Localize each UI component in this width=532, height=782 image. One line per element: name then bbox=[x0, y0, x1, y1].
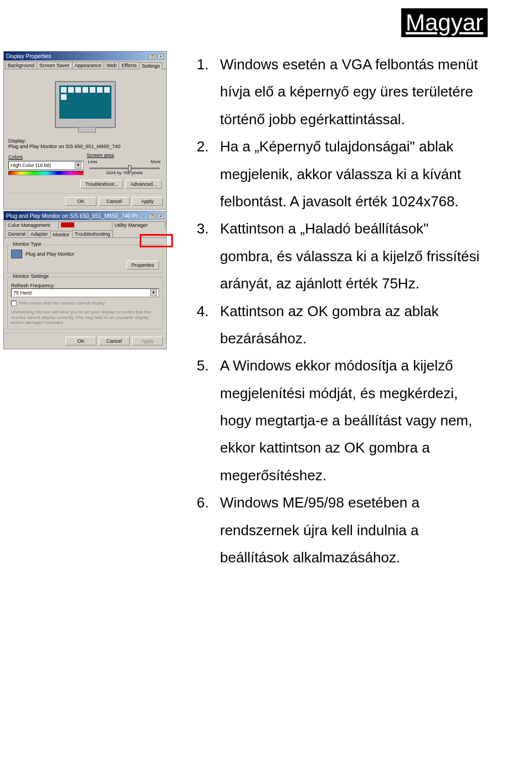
step-item: 6. Windows ME/95/98 esetében a rendszern… bbox=[197, 489, 485, 571]
tab-utility-manager[interactable]: Utility Manager bbox=[112, 221, 166, 229]
colors-dropdown[interactable]: High Color (16 bit) ▾ bbox=[8, 161, 84, 170]
step-text: Ha a „Képernyő tulajdonságai" ablak megj… bbox=[220, 133, 485, 215]
monitor-type-value: Plug and Play Monitor bbox=[25, 251, 74, 257]
tab-web[interactable]: Web bbox=[104, 62, 119, 69]
dp-body: Display: Plug and Play Monitor on SiS 65… bbox=[4, 69, 166, 193]
step-number: 1. bbox=[197, 51, 220, 133]
tab-troubleshooting[interactable]: Troubleshooting bbox=[72, 230, 113, 237]
svg-rect-0 bbox=[61, 222, 74, 227]
colors-value: High Color (16 bit) bbox=[11, 163, 51, 168]
step-number: 6. bbox=[197, 489, 220, 571]
help-icon[interactable]: ? bbox=[149, 54, 155, 59]
step-number: 2. bbox=[197, 133, 220, 215]
desktop-icon bbox=[90, 87, 95, 93]
step-text: Kattintson az OK gombra az ablak bezárás… bbox=[220, 298, 485, 353]
color-spectrum-bar bbox=[8, 171, 84, 175]
step-number: 3. bbox=[197, 215, 220, 297]
tab-general[interactable]: General bbox=[5, 230, 28, 237]
dp-tabs: Background Screen Saver Appearance Web E… bbox=[4, 60, 166, 69]
step-item: 2. Ha a „Képernyő tulajdonságai" ablak m… bbox=[197, 133, 485, 215]
tab-color-management[interactable]: Color Management bbox=[5, 221, 59, 229]
monitor-preview bbox=[8, 74, 162, 135]
dp-titlebar: Display Properties ? × bbox=[4, 52, 166, 60]
desktop-icon bbox=[97, 87, 103, 93]
tab-effects[interactable]: Effects bbox=[119, 62, 139, 69]
desktop-icon bbox=[75, 87, 81, 93]
mp-title: Plug and Play Monitor on SiS 650_651_M65… bbox=[6, 213, 145, 219]
screen-area-label: Screen area bbox=[87, 153, 162, 158]
monitor-properties-window: Plug and Play Monitor on SiS 650_651_M65… bbox=[3, 211, 167, 349]
tab-screensaver[interactable]: Screen Saver bbox=[37, 62, 73, 69]
steps-list: 1. Windows esetén a VGA felbontás menüt … bbox=[197, 51, 485, 571]
display-value: Plug and Play Monitor on SiS 650_651_M65… bbox=[8, 144, 162, 149]
properties-button[interactable]: Properties bbox=[126, 261, 159, 270]
cancel-button[interactable]: Cancel bbox=[99, 197, 130, 206]
colors-label: Colors bbox=[8, 154, 84, 160]
step-text: Kattintson a „Haladó beállítások" gombra… bbox=[220, 215, 485, 297]
desktop-icon bbox=[61, 87, 66, 93]
apply-button[interactable]: Apply bbox=[132, 197, 163, 206]
hide-modes-note: Unchecking this box will allow you to se… bbox=[11, 309, 159, 326]
step-number: 4. bbox=[197, 298, 220, 353]
advanced-button[interactable]: Advanced... bbox=[125, 180, 162, 189]
display-properties-window: Display Properties ? × Background Screen… bbox=[3, 51, 167, 210]
close-icon[interactable]: × bbox=[157, 214, 164, 219]
slider-less: Less bbox=[88, 159, 98, 164]
monitor-type-group: Monitor Type Plug and Play Monitor Prope… bbox=[7, 245, 163, 273]
step-item: 4. Kattintson az OK gombra az ablak bezá… bbox=[197, 298, 485, 353]
ok-button[interactable]: OK bbox=[65, 197, 96, 206]
hide-modes-label: Hide modes that this monitor cannot disp… bbox=[19, 301, 105, 306]
tab-adapter[interactable]: Adapter bbox=[28, 230, 51, 237]
step-number: 5. bbox=[197, 352, 220, 489]
window-buttons: ? × bbox=[148, 53, 164, 59]
instructions-column: 1. Windows esetén a VGA felbontás menüt … bbox=[197, 51, 485, 571]
chevron-down-icon[interactable]: ▾ bbox=[75, 162, 81, 169]
mp-tabs-row1: Color Management Utility Manager bbox=[4, 220, 166, 229]
tab-background[interactable]: Background bbox=[5, 62, 37, 69]
slider-more: More bbox=[151, 159, 161, 164]
desktop-icon bbox=[104, 87, 110, 93]
tab-sis[interactable] bbox=[58, 221, 112, 229]
screenshots-column: Display Properties ? × Background Screen… bbox=[3, 51, 181, 349]
desktop-icon bbox=[68, 87, 74, 93]
apply-button[interactable]: Apply bbox=[132, 337, 163, 346]
tab-settings[interactable]: Settings bbox=[139, 62, 163, 69]
step-item: 3. Kattintson a „Haladó beállítások" gom… bbox=[197, 215, 485, 297]
slider-thumb[interactable] bbox=[128, 165, 131, 172]
help-icon[interactable]: ? bbox=[149, 214, 155, 219]
tab-monitor[interactable]: Monitor bbox=[50, 231, 73, 238]
display-label: Display: bbox=[8, 138, 162, 144]
mp-tabs-row2: General Adapter Monitor Troubleshooting bbox=[4, 229, 166, 238]
step-item: 1. Windows esetén a VGA felbontás menüt … bbox=[197, 51, 485, 133]
refresh-label: Refresh Frequency: bbox=[11, 283, 159, 288]
window-buttons: ? × bbox=[148, 212, 164, 219]
mp-titlebar: Plug and Play Monitor on SiS 650_651_M65… bbox=[4, 211, 166, 220]
step-text: Windows esetén a VGA felbontás menüt hív… bbox=[220, 51, 485, 133]
close-icon[interactable]: × bbox=[157, 54, 164, 59]
monitor-settings-group: Monitor Settings Refresh Frequency: 75 H… bbox=[7, 277, 163, 329]
monitor-type-label: Monitor Type bbox=[11, 241, 43, 247]
monitor-icon bbox=[11, 250, 22, 258]
step-text: Windows ME/95/98 esetében a rendszernek … bbox=[220, 489, 485, 571]
mp-body: Monitor Type Plug and Play Monitor Prope… bbox=[4, 238, 166, 333]
chevron-down-icon[interactable]: ▾ bbox=[150, 290, 157, 296]
refresh-value: 75 Hertz bbox=[13, 290, 32, 296]
refresh-dropdown[interactable]: 75 Hertz ▾ bbox=[11, 288, 159, 297]
step-item: 5. A Windows ekkor módosítja a kijelző m… bbox=[197, 352, 485, 489]
ok-button[interactable]: OK bbox=[65, 337, 96, 346]
resolution-text: 1024 by 768 pixels bbox=[87, 170, 162, 175]
hide-modes-checkbox[interactable] bbox=[11, 301, 17, 306]
resolution-slider[interactable] bbox=[89, 167, 160, 169]
troubleshoot-button[interactable]: Troubleshoot... bbox=[80, 180, 124, 189]
language-badge: Magyar bbox=[401, 8, 488, 37]
desktop-icon bbox=[61, 94, 66, 100]
step-text: A Windows ekkor módosítja a kijelző megj… bbox=[220, 352, 485, 489]
tab-appearance[interactable]: Appearance bbox=[72, 62, 105, 69]
cancel-button[interactable]: Cancel bbox=[99, 337, 130, 346]
dp-title: Display Properties bbox=[6, 53, 51, 59]
desktop-icon bbox=[83, 87, 88, 93]
monitor-settings-label: Monitor Settings bbox=[11, 273, 50, 279]
